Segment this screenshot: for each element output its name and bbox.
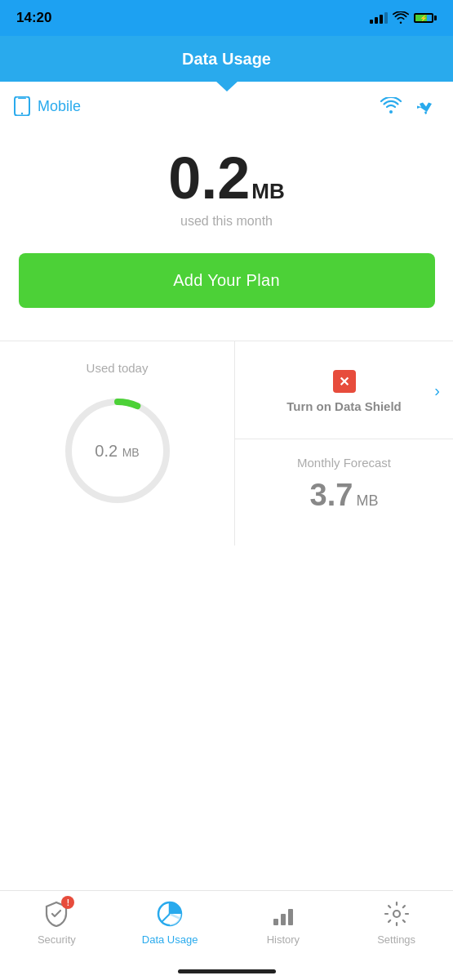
monthly-forecast-panel: Monthly Forecast 3.7 MB xyxy=(235,439,453,546)
bottom-grid: Used today 0.2 MB ✕ Turn on Data Shield xyxy=(0,341,453,546)
shield-error-icon: ✕ xyxy=(333,370,356,393)
svg-point-9 xyxy=(393,911,400,917)
add-plan-button[interactable]: Add Your Plan xyxy=(19,253,435,308)
settings-icon-wrap xyxy=(382,899,411,929)
status-time: 14:20 xyxy=(16,10,51,26)
data-usage-icon-wrap xyxy=(155,899,184,929)
data-shield-panel[interactable]: ✕ Turn on Data Shield › xyxy=(235,341,453,439)
used-today-label: Used today xyxy=(87,361,149,375)
main-content: 0.2 MB used this month Add Your Plan xyxy=(0,124,453,324)
nav-item-history[interactable]: History xyxy=(227,899,340,946)
header-title: Data Usage xyxy=(182,50,271,69)
nav-label-history: History xyxy=(267,933,300,946)
forecast-unit: MB xyxy=(356,492,378,510)
mobile-tab-button[interactable]: Mobile xyxy=(13,96,81,116)
circle-center-value: 0.2 MB xyxy=(95,442,139,461)
svg-rect-6 xyxy=(273,919,278,925)
history-icon xyxy=(270,901,296,927)
wifi-icon xyxy=(393,11,409,24)
nav-item-security[interactable]: ! Security xyxy=(0,899,113,946)
data-number: 0.2 xyxy=(168,149,250,207)
chevron-right-icon: › xyxy=(434,381,440,399)
svg-rect-8 xyxy=(288,909,293,925)
home-indicator xyxy=(178,969,276,973)
data-unit: MB xyxy=(251,179,284,204)
shield-label: Turn on Data Shield xyxy=(286,399,402,413)
airplane-icon[interactable] xyxy=(415,97,437,115)
nav-label-security: Security xyxy=(38,933,76,946)
data-amount: 0.2 MB xyxy=(168,149,285,207)
settings-icon xyxy=(384,901,410,927)
circle-gauge: 0.2 MB xyxy=(56,390,179,512)
svg-rect-7 xyxy=(281,914,286,925)
nav-item-data-usage[interactable]: Data Usage xyxy=(113,899,227,946)
nav-label-settings: Settings xyxy=(377,933,415,946)
signal-bars-icon xyxy=(370,12,388,24)
used-today-panel: Used today 0.2 MB xyxy=(0,341,235,546)
bottom-nav: ! Security Data Usage xyxy=(0,890,453,980)
grid-right: ✕ Turn on Data Shield › Monthly Forecast… xyxy=(235,341,453,546)
battery-icon: ⚡ xyxy=(414,13,437,23)
history-icon-wrap xyxy=(269,899,298,929)
forecast-amount: 3.7 MB xyxy=(310,478,379,513)
wifi-nav-icon[interactable] xyxy=(380,97,402,115)
mobile-label: Mobile xyxy=(38,98,81,115)
status-icons: ⚡ xyxy=(370,11,437,24)
forecast-label: Monthly Forecast xyxy=(297,456,391,470)
nav-item-settings[interactable]: Settings xyxy=(340,899,453,946)
nav-label-data-usage: Data Usage xyxy=(142,933,198,946)
svg-point-2 xyxy=(21,113,23,114)
top-nav-icons xyxy=(380,97,437,115)
forecast-number: 3.7 xyxy=(310,478,353,513)
security-badge: ! xyxy=(61,896,74,909)
app-header: Data Usage xyxy=(0,36,453,82)
security-icon-wrap: ! xyxy=(42,899,71,929)
data-usage-icon xyxy=(156,900,184,928)
phone-icon xyxy=(13,96,31,116)
data-label: used this month xyxy=(180,214,273,229)
svg-rect-1 xyxy=(18,98,26,100)
status-bar: 14:20 ⚡ xyxy=(0,0,453,36)
